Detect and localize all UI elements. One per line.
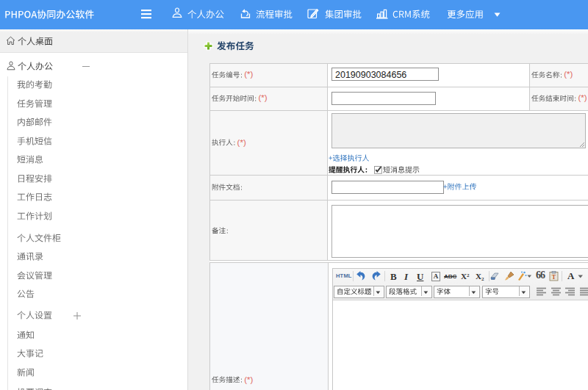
svg-text:T: T — [552, 274, 556, 281]
